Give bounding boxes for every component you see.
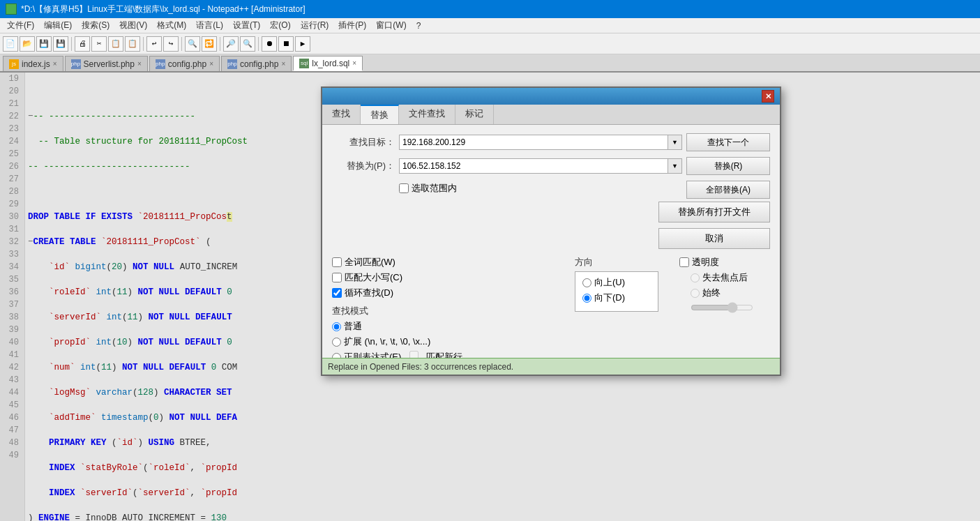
find-dropdown-btn[interactable]: ▼ xyxy=(668,135,682,150)
match-case-text: 匹配大小写(C) xyxy=(345,271,402,284)
replace-input[interactable] xyxy=(399,158,668,174)
whole-word-checkbox[interactable] xyxy=(332,257,342,267)
find-input[interactable] xyxy=(399,135,668,150)
radio-normal[interactable]: 普通 xyxy=(332,320,554,333)
menu-window[interactable]: 窗口(W) xyxy=(372,18,410,33)
toolbar-sep3 xyxy=(181,37,182,51)
menu-plugins[interactable]: 插件(P) xyxy=(334,18,370,33)
toolbar-zoom-out[interactable]: 🔍 xyxy=(240,36,255,52)
tab-close-serverlist[interactable]: × xyxy=(137,60,142,68)
tab-serverlist-php[interactable]: php Serverlist.php × xyxy=(65,56,148,71)
menu-help[interactable]: ? xyxy=(412,20,425,32)
menu-view[interactable]: 视图(V) xyxy=(115,18,151,33)
radio-focus-lost[interactable]: 失去焦点后 xyxy=(691,271,770,284)
cyclic-checkbox[interactable] xyxy=(332,288,342,298)
menu-format[interactable]: 格式(M) xyxy=(153,18,190,33)
toolbar-macro-play[interactable]: ▶ xyxy=(295,36,310,52)
toolbar-macro-stop[interactable]: ⏹ xyxy=(278,36,294,52)
search-mode-section: 查找模式 普通 扩展 (\n, \r, \t, \0, \x...) 正则表达式… xyxy=(332,305,554,363)
whole-word-label[interactable]: 全词匹配(W) xyxy=(332,256,554,269)
radio-focus-lost-text: 失去焦点后 xyxy=(702,271,748,284)
menu-bar: 文件(F) 编辑(E) 搜索(S) 视图(V) 格式(M) 语言(L) 设置(T… xyxy=(0,18,980,33)
toolbar-saveall[interactable]: 💾 xyxy=(53,36,68,52)
direction-label: 方向 xyxy=(575,256,658,269)
tab-label-lx-lord: lx_lord.sql xyxy=(312,59,349,68)
toolbar-copy[interactable]: 📋 xyxy=(108,36,123,52)
toolbar-open[interactable]: 📂 xyxy=(20,36,35,52)
menu-file[interactable]: 文件(F) xyxy=(3,18,38,33)
tab-bar: js index.js × php Serverlist.php × php c… xyxy=(0,54,980,73)
radio-normal-text: 普通 xyxy=(344,320,362,333)
menu-search[interactable]: 搜索(S) xyxy=(77,18,114,33)
tab-config2-php[interactable]: php config.php × xyxy=(221,56,292,71)
replace-all-button[interactable]: 全部替换(A) xyxy=(686,181,770,199)
replace-row: 替换为(P)： ▼ 替换(R) xyxy=(332,157,770,175)
direction-box: 向上(U) 向下(D) xyxy=(575,271,658,312)
dialog-tab-find[interactable]: 查找 xyxy=(322,105,361,124)
select-range-checkbox-label[interactable]: 选取范围内 xyxy=(399,182,457,195)
radio-focus-lost-input[interactable] xyxy=(691,273,700,282)
cyclic-label[interactable]: 循环查找(D) xyxy=(332,287,554,299)
transparency-slider xyxy=(691,302,753,313)
transparency-checkbox[interactable] xyxy=(679,257,689,267)
match-case-label[interactable]: 匹配大小写(C) xyxy=(332,271,554,284)
toolbar-redo[interactable]: ↪ xyxy=(163,36,179,52)
find-replace-dialog: ✕ 查找 替换 文件查找 标记 查找目标： ▼ 查找下一个 替换为(P)： xyxy=(321,86,781,376)
tab-label-index-js: index.js xyxy=(22,59,50,69)
radio-normal-input[interactable] xyxy=(332,322,341,331)
transparency-label-text: 透明度 xyxy=(692,256,719,269)
toolbar-save[interactable]: 💾 xyxy=(36,36,52,52)
search-mode-label: 查找模式 xyxy=(332,305,554,317)
dialog-tab-mark[interactable]: 标记 xyxy=(455,105,494,124)
replace-button[interactable]: 替换(R) xyxy=(686,157,770,175)
toolbar-print[interactable]: 🖨 xyxy=(75,36,90,52)
toolbar-macro-rec[interactable]: ⏺ xyxy=(262,36,277,52)
tab-icon-js: js xyxy=(9,59,19,69)
menu-run[interactable]: 运行(R) xyxy=(296,18,333,33)
tab-close-lx-lord[interactable]: × xyxy=(352,59,356,67)
radio-extended[interactable]: 扩展 (\n, \r, \t, \0, \x...) xyxy=(332,335,554,348)
tab-config1-php[interactable]: php config.php × xyxy=(149,56,220,71)
menu-macro[interactable]: 宏(O) xyxy=(266,18,294,33)
dialog-tab-file-search[interactable]: 文件查找 xyxy=(399,105,455,124)
toolbar-paste[interactable]: 📋 xyxy=(125,36,140,52)
replace-all-open-files-button[interactable]: 替换所有打开文件 xyxy=(658,202,770,222)
radio-extended-input[interactable] xyxy=(332,338,341,347)
tab-lx-lord-sql[interactable]: sql lx_lord.sql × xyxy=(293,56,363,71)
menu-settings[interactable]: 设置(T) xyxy=(229,18,264,33)
tab-close-config1[interactable]: × xyxy=(209,60,213,68)
tab-close-config2[interactable]: × xyxy=(281,60,285,68)
radio-down-input[interactable] xyxy=(582,294,591,303)
replace-dropdown-btn[interactable]: ▼ xyxy=(668,158,682,174)
toolbar-new[interactable]: 📄 xyxy=(3,36,18,52)
select-range-label: 选取范围内 xyxy=(412,182,457,195)
match-case-checkbox[interactable] xyxy=(332,273,342,282)
radio-up-input[interactable] xyxy=(582,278,591,287)
menu-edit[interactable]: 编辑(E) xyxy=(40,18,76,33)
toolbar-undo[interactable]: ↩ xyxy=(146,36,162,52)
radio-down[interactable]: 向下(D) xyxy=(582,292,651,304)
toolbar-cut[interactable]: ✂ xyxy=(91,36,107,52)
transparency-checkbox-label[interactable]: 透明度 xyxy=(679,256,770,269)
dialog-close-button[interactable]: ✕ xyxy=(762,90,774,103)
options-row: 全词匹配(W) 匹配大小写(C) 循环查找(D) 查找模式 xyxy=(332,256,770,366)
tab-label-config1: config.php xyxy=(168,59,206,69)
radio-always[interactable]: 始终 xyxy=(691,287,770,299)
tab-close-index-js[interactable]: × xyxy=(53,60,57,68)
whole-word-text: 全词匹配(W) xyxy=(345,256,395,269)
tab-index-js[interactable]: js index.js × xyxy=(3,56,63,71)
select-range-checkbox[interactable] xyxy=(399,183,409,193)
find-next-button[interactable]: 查找下一个 xyxy=(686,133,770,151)
toolbar-sep4 xyxy=(220,37,220,51)
cancel-button[interactable]: 取消 xyxy=(658,228,770,249)
toolbar-find[interactable]: 🔍 xyxy=(185,36,200,52)
menu-language[interactable]: 语言(L) xyxy=(192,18,227,33)
toolbar-zoom-in[interactable]: 🔎 xyxy=(223,36,239,52)
status-message: Replace in Opened Files: 3 occurrences r… xyxy=(328,362,513,372)
dialog-tab-replace[interactable]: 替换 xyxy=(361,105,399,124)
radio-always-input[interactable] xyxy=(691,289,700,298)
radio-up[interactable]: 向上(U) xyxy=(582,276,651,289)
toolbar-replace[interactable]: 🔁 xyxy=(202,36,217,52)
title-bar: *D:\【修真界H5】Linux手工端\数据库\lx_lord.sql - No… xyxy=(0,0,980,18)
radio-always-text: 始终 xyxy=(702,287,721,299)
